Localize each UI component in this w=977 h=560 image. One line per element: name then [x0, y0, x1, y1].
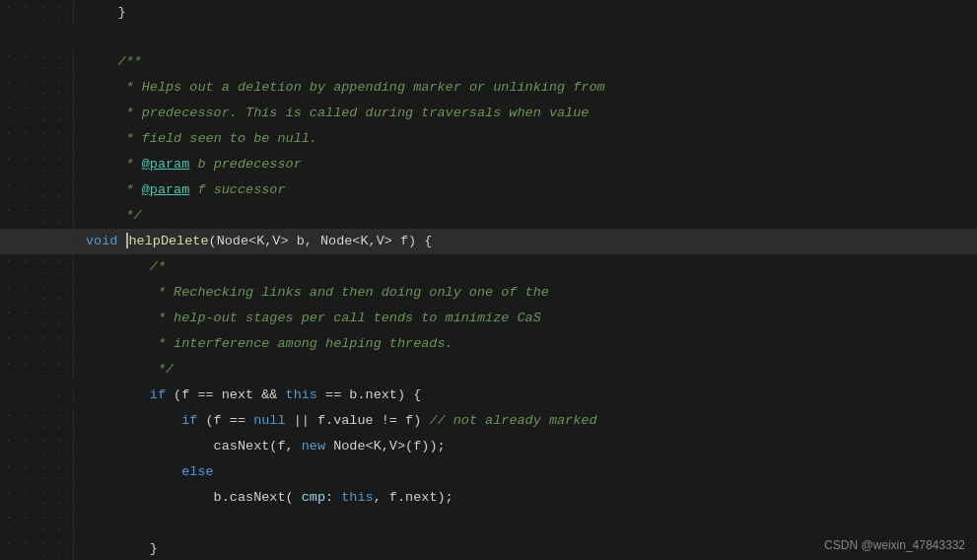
token-comment-keyword: or	[469, 80, 485, 95]
token-plain: , f.next);	[374, 490, 454, 505]
token-comment: */	[86, 362, 174, 377]
line-gutter: ·	[0, 236, 74, 247]
code-line: · · · · · · * Rechecking links and then …	[0, 280, 977, 306]
code-line: · · · · · · if (f == null || f.value != …	[0, 408, 977, 434]
code-content: else	[74, 460, 214, 484]
token-comment: // not already marked	[429, 413, 596, 428]
token-cmp: cmp:	[302, 490, 333, 505]
token-comment: f successor	[189, 182, 285, 197]
code-content: * @param f successor	[74, 178, 286, 202]
token-plain	[86, 387, 150, 402]
token-plain: (f == next &&	[166, 387, 286, 402]
line-dots: · · · · · ·	[0, 281, 65, 305]
code-content: * help-out stages per call tends to mini…	[74, 307, 541, 330]
code-line: · · · · · · }	[0, 0, 977, 26]
line-gutter: · · · · · ·	[0, 50, 74, 74]
code-content: }	[74, 537, 158, 560]
code-line: · · · · · ·	[0, 511, 977, 536]
token-plain: || f.value != f)	[286, 413, 430, 428]
code-line	[0, 26, 977, 49]
line-dots: · · · · · ·	[0, 358, 65, 382]
token-plain	[86, 464, 181, 479]
code-line: · · · · · · * interference among helping…	[0, 331, 977, 357]
line-gutter: · · · · · ·	[0, 204, 74, 228]
token-param-tag: @param	[142, 182, 190, 197]
code-line: · · · · · · /*	[0, 254, 977, 280]
code-line: · · · · · · * Helps out a deletion by ap…	[0, 75, 977, 101]
token-null: null	[253, 413, 285, 428]
line-gutter: · · · · · ·	[0, 281, 74, 305]
token-comment: */	[86, 208, 142, 223]
code-line: · · · · · · * @param f successor	[0, 177, 977, 203]
text-cursor	[126, 233, 128, 248]
line-gutter: · · · · · ·	[0, 1, 74, 25]
code-content: if (f == null || f.value != f) // not al…	[74, 409, 597, 433]
line-dots: · · · · · ·	[0, 537, 65, 560]
token-plain: (f ==	[197, 413, 253, 428]
token-comment-field: field	[142, 131, 182, 146]
line-gutter: · · · · · ·	[0, 486, 74, 510]
line-dots: · · · · · ·	[0, 435, 65, 458]
line-gutter: · · · · · ·	[0, 409, 74, 433]
token-plain: casNext(f,	[86, 439, 302, 454]
line-dots: · · · · · ·	[0, 332, 65, 356]
line-dots: ·	[56, 389, 65, 401]
line-dots: · · · · · ·	[0, 50, 65, 74]
line-dots: · · · · · ·	[0, 409, 65, 433]
line-dots: · · · · · ·	[0, 204, 65, 228]
token-new: new	[302, 439, 325, 454]
line-gutter: · · · · · ·	[0, 537, 74, 560]
code-content: }	[74, 1, 126, 25]
code-content: * Rechecking links and then doing only o…	[74, 281, 549, 305]
token-method: helpDelete	[129, 234, 209, 248]
token-comment: seen to be null.	[181, 131, 317, 146]
token-comment: b predecessor	[189, 157, 301, 172]
line-dots: · · · · · ·	[0, 512, 65, 535]
line-dots: · · · · · ·	[0, 460, 65, 484]
line-gutter: · · · · · ·	[0, 307, 74, 330]
line-gutter: · · · · · ·	[0, 102, 74, 125]
code-line: · · · · · · */	[0, 357, 977, 383]
code-content: * @param b predecessor	[74, 153, 302, 176]
token-comment-cas: CaS	[517, 311, 540, 325]
token-plain: }	[86, 5, 126, 20]
code-line: · · · · · · else	[0, 459, 977, 485]
line-dots: · · · · · ·	[0, 76, 65, 100]
watermark: CSDN @weixin_47843332	[824, 538, 965, 552]
line-dots: · · · · · ·	[0, 102, 65, 125]
token-plain	[86, 413, 181, 428]
code-line: · · · · · · b.casNext( cmp: this, f.next…	[0, 485, 977, 511]
code-line: · · · · · · casNext(f, new Node<K,V>(f))…	[0, 434, 977, 459]
code-content: */	[74, 204, 142, 228]
token-keyword: if	[181, 413, 197, 428]
token-plain: Node<K,V>(f));	[325, 439, 446, 454]
token-comment: *	[86, 131, 142, 146]
token-param-tag: @param	[142, 157, 190, 172]
line-gutter: · · · · · ·	[0, 127, 74, 151]
token-keyword: void	[86, 234, 117, 248]
token-plain: b.casNext(	[86, 490, 302, 505]
token-comment: *	[86, 182, 142, 197]
code-content: if (f == next && this == b.next) {	[74, 384, 421, 407]
line-dots: · · · · · ·	[0, 307, 65, 330]
line-dots: · · · · · ·	[0, 153, 65, 176]
token-comment: unlinking from	[485, 80, 605, 95]
line-gutter: · · · · · ·	[0, 460, 74, 484]
line-dots: · · · · · ·	[0, 1, 65, 25]
code-line: ·void helpDelete(Node<K,V> b, Node<K,V> …	[0, 229, 977, 254]
code-content: * Helps out a deletion by appending mark…	[74, 76, 605, 100]
code-lines: · · · · · · }· · · · · · /**· · · · · · …	[0, 0, 977, 560]
token-comment: /*	[86, 259, 166, 274]
line-gutter: · · · · · ·	[0, 512, 74, 535]
line-gutter: · · · · · ·	[0, 332, 74, 356]
token-comment: /**	[86, 54, 142, 69]
line-dots: · · · · · ·	[0, 127, 65, 151]
token-keyword: if	[150, 387, 166, 402]
code-content: casNext(f, new Node<K,V>(f));	[74, 435, 446, 458]
code-line: · if (f == next && this == b.next) {	[0, 383, 977, 408]
code-content: * predecessor. This is called during tra…	[74, 102, 589, 125]
code-line: · · · · · · * predecessor. This is calle…	[0, 101, 977, 126]
code-line: · · · · · · * help-out stages per call t…	[0, 306, 977, 331]
token-comment: * Helps out a deletion by appending mark…	[86, 80, 469, 95]
token-this: this	[286, 387, 317, 402]
